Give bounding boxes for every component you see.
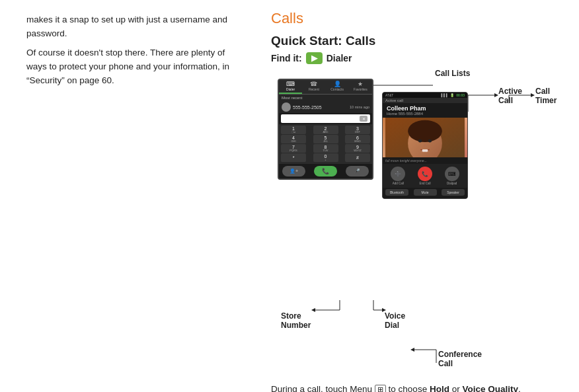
add-call-btn[interactable]: ➕ Add Call [391, 167, 405, 185]
status-bar: AT&T ▌▌▌ 🔋 00:03 [383, 93, 467, 98]
call-bottom-buttons: Bluetooth Mute Speaker [383, 188, 467, 198]
svg-marker-7 [531, 93, 535, 97]
section-title: Calls [271, 10, 566, 27]
add-call-label: Add Call [393, 182, 404, 185]
dialer-tab-dialer[interactable]: ⌨ Dialer [279, 80, 302, 94]
find-it-badge: ▶ [306, 52, 323, 64]
store-number-btn[interactable]: 👤+ [282, 166, 305, 176]
right-column: Calls Quick Start: Calls Find it: ▶ Dial… [258, 7, 579, 389]
end-call-btn[interactable]: 📞 End Call [418, 167, 432, 185]
svg-point-22 [424, 144, 426, 147]
key-star[interactable]: * [281, 153, 306, 162]
label-store-number: StoreNumber [281, 311, 311, 331]
svg-point-20 [418, 139, 422, 143]
key-6[interactable]: 6MNO [345, 135, 370, 143]
clear-icon[interactable]: ✕ [360, 116, 367, 122]
during-call-text: During a call, touch Menu ⊞ to choose Ho… [271, 383, 522, 392]
dialpad-icon: ⌨ [445, 167, 459, 181]
voice-dial-btn[interactable]: 📞 [314, 166, 337, 176]
quick-start-title: Quick Start: Calls [271, 34, 566, 48]
label-call-lists: Call Lists [435, 69, 470, 78]
call-timer-display: 00:03 [456, 93, 465, 97]
label-voice-dial: VoiceDial [385, 311, 405, 331]
carrier-label: AT&T [385, 93, 393, 97]
diagram-area: Call Lists ActiveCall CallTimer StoreNum… [271, 72, 522, 383]
contact-time: 10 mins ago [350, 105, 369, 109]
dialer-mockup: ⌨ Dialer ☎ Recent 👤 Contacts ★ [278, 79, 373, 180]
contact-avatar [282, 102, 291, 112]
find-it-app: Dialer [327, 53, 352, 63]
label-active-call: ActiveCall [498, 87, 522, 106]
svg-point-21 [428, 139, 432, 143]
contact-photo [383, 118, 467, 157]
key-4[interactable]: 4GHI [281, 135, 306, 143]
mute-btn[interactable]: Mute [414, 189, 437, 196]
mic-btn[interactable]: 🎤 [346, 166, 369, 176]
speaker-btn[interactable]: Speaker [442, 189, 465, 196]
active-contact-number: Home 555-555-2884 [387, 112, 463, 116]
status-icons: ▌▌▌ 🔋 00:03 [442, 93, 465, 97]
svg-point-19 [408, 120, 442, 142]
keypad-row-3: 7PQRS 8TUV 9WXYZ [281, 144, 370, 153]
keypad-row-2: 4GHI 5JKL 6MNO [281, 135, 370, 143]
end-call-label: End Call [419, 182, 430, 185]
svg-marker-10 [311, 308, 315, 312]
keypad-row-1: 1◌ω 2ABC 3DEF [281, 126, 370, 134]
end-call-icon: 📞 [418, 167, 432, 181]
key-1[interactable]: 1◌ω [281, 126, 306, 134]
active-call-bar: Active call [383, 98, 467, 103]
active-contact-name: Colleen Pham [387, 105, 463, 112]
label-call-timer: CallTimer [535, 87, 557, 106]
active-call-mockup: AT&T ▌▌▌ 🔋 00:03 Active call Colleen Ph [382, 92, 468, 199]
key-0[interactable]: 0+ [313, 153, 338, 162]
key-7[interactable]: 7PQRS [281, 144, 306, 153]
find-it-row: Find it: ▶ Dialer [271, 52, 566, 64]
contact-number: 555-555-2505 [293, 105, 348, 110]
dialer-action-row: 👤+ 📞 🎤 [279, 164, 372, 178]
key-2[interactable]: 2ABC [313, 126, 338, 134]
page-container: makes it a snap to set up with just a us… [0, 0, 579, 392]
dialer-input[interactable]: ✕ [281, 114, 370, 123]
left-body-1: makes it a snap to set up with just a us… [26, 13, 238, 41]
dialpad-btn[interactable]: ⌨ Dialpad [445, 167, 459, 185]
keypad: 1◌ω 2ABC 3DEF 4GHI 5JKL 6MNO 7PQRS 8TUV [279, 124, 372, 164]
most-recent-label: Most recent [279, 95, 372, 101]
dialer-tab-contacts[interactable]: 👤 Contacts [326, 80, 349, 94]
key-9[interactable]: 9WXYZ [345, 144, 370, 153]
svg-rect-23 [422, 149, 428, 152]
main-content: makes it a snap to set up with just a us… [0, 0, 579, 392]
contact-message: full moon tonight everyone... [383, 157, 467, 164]
contact-photo-svg [383, 118, 467, 157]
key-8[interactable]: 8TUV [313, 144, 338, 153]
contact-info: 555-555-2505 [293, 105, 348, 110]
dialer-tab-recent[interactable]: ☎ Recent [302, 80, 325, 94]
keypad-row-4: * 0+ # [281, 153, 370, 162]
contact-name-area: Colleen Pham Home 555-555-2884 [383, 103, 467, 118]
call-action-buttons: ➕ Add Call 📞 End Call ⌨ Dialpad [383, 164, 467, 188]
key-5[interactable]: 5JKL [313, 135, 338, 143]
key-3[interactable]: 3DEF [345, 126, 370, 134]
dialer-tab-favorites[interactable]: ★ Favorites [349, 80, 372, 94]
dialpad-label: Dialpad [447, 182, 457, 185]
add-call-icon: ➕ [391, 167, 405, 181]
svg-marker-16 [410, 348, 414, 352]
bluetooth-btn[interactable]: Bluetooth [385, 189, 408, 196]
key-hash[interactable]: # [345, 153, 370, 162]
left-column: makes it a snap to set up with just a us… [0, 7, 258, 389]
find-it-label: Find it: [271, 53, 302, 63]
recent-contact-row: 555-555-2505 10 mins ago [279, 101, 372, 113]
left-body-2: Of course it doesn't stop there. There a… [26, 46, 238, 88]
label-conference-call: ConferenceCall [438, 350, 482, 369]
